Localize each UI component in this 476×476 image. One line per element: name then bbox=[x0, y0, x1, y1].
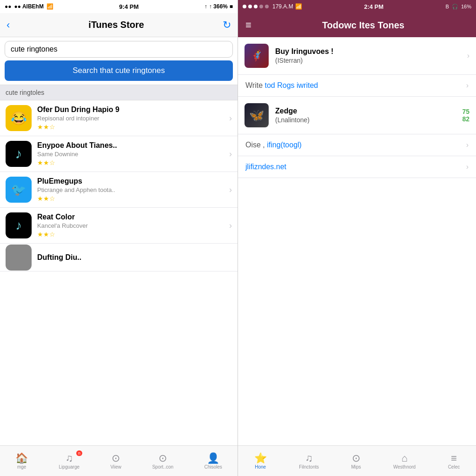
app-desc-2: Same Downine bbox=[37, 151, 229, 158]
suggestion-header: cute ringtoles bbox=[0, 85, 238, 100]
right-item-num2: 82 bbox=[462, 115, 469, 123]
app-stars-4: ★★☆ bbox=[37, 231, 229, 238]
star-icon: ⭐ bbox=[254, 452, 267, 464]
app-icon-3: 🐦 bbox=[6, 177, 32, 203]
chevron-icon-1: › bbox=[229, 113, 232, 123]
chevron-right-2: › bbox=[466, 81, 469, 90]
app-title-right: Todowc Ites Tones bbox=[258, 20, 469, 31]
tab-menu-right[interactable]: ≡ Celec bbox=[448, 452, 460, 469]
app-stars-2: ★★☆ bbox=[37, 159, 229, 166]
signal-dot-5 bbox=[265, 5, 269, 8]
tab-label-ringtones-right: Filnctonts bbox=[299, 464, 319, 469]
right-item-numbers: 75 82 bbox=[462, 108, 469, 123]
app-info-3: PluEmegups Pticrange and Apphen toota.. … bbox=[37, 177, 229, 202]
tab-home-right[interactable]: ⭐ Hone bbox=[254, 452, 267, 469]
list-item[interactable]: Dufting Diu.. bbox=[0, 244, 238, 271]
back-button[interactable]: ‹ bbox=[7, 19, 10, 31]
app-icon-1: 😂 bbox=[6, 105, 32, 131]
wifi-icon-left: 📶 bbox=[46, 3, 53, 10]
signal-dot-3 bbox=[254, 5, 258, 8]
right-panel: 179.A.M 📶 2:4 PM B 🎧 16% ≡ Todowc Ites T… bbox=[238, 0, 476, 476]
app-icon-4: ♪ bbox=[6, 212, 32, 238]
menu-icon-right: ≡ bbox=[451, 452, 457, 464]
chevron-right-1: › bbox=[467, 52, 469, 60]
right-link-url-5[interactable]: jlifizndes.net bbox=[245, 163, 286, 171]
left-panel: ●● ●● AIBEhM 📶 9:4 PM ↑ ↑ 366% ■ ‹ iTune… bbox=[0, 0, 238, 476]
tab-maps-right[interactable]: ⊙ Mips bbox=[351, 452, 361, 469]
tab-label-home-right: Hone bbox=[255, 464, 266, 469]
ringtone-icon: ♫ bbox=[305, 452, 313, 464]
headphone-icon-right: 🎧 bbox=[452, 4, 458, 10]
nav-action-icon[interactable]: ↻ bbox=[223, 19, 231, 31]
tab-bar-left: 🏠 mge ♫ n Lipguarge ⊙ Viiew ⊙ Sport..con… bbox=[0, 445, 238, 476]
tab-home-left[interactable]: 🏠 mge bbox=[15, 452, 28, 469]
chevron-right-4: › bbox=[466, 141, 469, 149]
time-right: 2:4 PM bbox=[364, 3, 383, 10]
right-item-title-3: Zedge bbox=[275, 107, 462, 115]
signal-dot-1 bbox=[243, 5, 246, 8]
tab-label-view: Viiew bbox=[110, 464, 121, 469]
tab-profile-left[interactable]: 👤 Chisoles bbox=[204, 452, 222, 469]
right-link-text-2: Write tod Rogs iwrited bbox=[245, 81, 318, 89]
status-dots-right: 179.A.M 📶 bbox=[243, 3, 302, 10]
tab-west-right[interactable]: ⌂ Westhnord bbox=[393, 452, 416, 469]
app-desc-4: Kancel'a Rubcover bbox=[37, 222, 229, 229]
tab-label-sport: Sport..con bbox=[152, 464, 173, 469]
right-item-title-1: Buy Iringuvoes ! bbox=[275, 47, 467, 56]
status-carrier-left: ●● ●● AIBEhM 📶 bbox=[5, 3, 53, 10]
tab-label-west-right: Westhnord bbox=[393, 464, 416, 469]
list-item[interactable]: Oise , ifing(toogl) › bbox=[238, 134, 476, 156]
signal-dot-4 bbox=[259, 5, 263, 8]
app-name-3: PluEmegups bbox=[37, 177, 229, 185]
app-icon-zedge: 🦋 bbox=[245, 103, 269, 127]
search-container: Search that cute ringtones bbox=[0, 37, 238, 85]
status-icons-right: B 🎧 16% bbox=[446, 4, 471, 10]
list-item[interactable]: ♪ Enypoe About Tianes.. Same Downine ★★☆… bbox=[0, 136, 238, 172]
app-header-right: ≡ Todowc Ites Tones bbox=[238, 13, 476, 37]
app-stars-1: ★★☆ bbox=[37, 123, 229, 131]
app-icon-2: ♪ bbox=[6, 141, 32, 167]
tab-label-maps-right: Mips bbox=[351, 464, 361, 469]
app-name-5: Dufting Diu.. bbox=[37, 253, 232, 262]
tab-label-music: Lipguarge bbox=[59, 464, 79, 469]
sport-icon: ⊙ bbox=[159, 452, 167, 464]
app-info-4: Reat Color Kancel'a Rubcover ★★☆ bbox=[37, 213, 229, 238]
wifi-icon-right: 📶 bbox=[295, 3, 302, 10]
list-item[interactable]: ♪ Reat Color Kancel'a Rubcover ★★☆ › bbox=[0, 208, 238, 244]
list-item[interactable]: 🦋 Zedge (Lnalintone) 75 82 bbox=[238, 97, 476, 134]
app-info-2: Enypoe About Tianes.. Same Downine ★★☆ bbox=[37, 141, 229, 166]
right-item-text-1: Buy Iringuvoes ! (ISterran) bbox=[275, 47, 467, 64]
tab-view-left[interactable]: ⊙ Viiew bbox=[110, 452, 121, 469]
link-highlight-2: tod Rogs iwrited bbox=[264, 81, 318, 89]
tab-music-left[interactable]: ♫ n Lipguarge bbox=[59, 452, 79, 469]
profile-icon: 👤 bbox=[207, 452, 219, 464]
app-info-5: Dufting Diu.. bbox=[37, 253, 232, 262]
status-right-icons-left: ↑ ↑ 366% ■ bbox=[205, 3, 233, 10]
list-item[interactable]: 🦸 Buy Iringuvoes ! (ISterran) › bbox=[238, 37, 476, 75]
list-item[interactable]: 🐦 PluEmegups Pticrange and Apphen toota.… bbox=[0, 172, 238, 208]
tab-ringtones-right[interactable]: ♫ Filnctonts bbox=[299, 452, 319, 469]
tab-label-menu-right: Celec bbox=[448, 464, 460, 469]
search-input[interactable] bbox=[5, 41, 233, 58]
right-item-sub-3: (Lnalintone) bbox=[275, 116, 462, 124]
bluetooth-icon-right: B bbox=[446, 4, 449, 9]
signal-dots-left: ●● bbox=[5, 3, 12, 10]
list-item[interactable]: 😂 Ofer Dun Dring Hapio 9 Repisonal ord i… bbox=[0, 100, 238, 136]
tab-sport-left[interactable]: ⊙ Sport..con bbox=[152, 452, 173, 469]
nav-bar-left: ‹ iTunes Store ↻ bbox=[0, 13, 238, 37]
app-name-1: Ofer Dun Dring Hapio 9 bbox=[37, 106, 229, 114]
chevron-right-5: › bbox=[466, 163, 469, 171]
right-item-num1: 75 bbox=[462, 108, 469, 115]
list-item[interactable]: jlifizndes.net › bbox=[238, 156, 476, 178]
battery-right: 16% bbox=[461, 4, 471, 9]
west-icon: ⌂ bbox=[401, 452, 407, 464]
app-name-4: Reat Color bbox=[37, 213, 229, 221]
tab-badge: n bbox=[76, 450, 82, 456]
hamburger-button[interactable]: ≡ bbox=[245, 19, 251, 31]
search-button[interactable]: Search that cute ringtones bbox=[5, 60, 233, 81]
right-link-text-4: Oise , ifing(toogl) bbox=[245, 141, 302, 149]
chevron-icon-4: › bbox=[229, 221, 232, 231]
status-bar-left: ●● ●● AIBEhM 📶 9:4 PM ↑ ↑ 366% ■ bbox=[0, 0, 238, 13]
list-item[interactable]: Write tod Rogs iwrited › bbox=[238, 75, 476, 97]
battery-icon-left: ■ bbox=[230, 3, 233, 10]
